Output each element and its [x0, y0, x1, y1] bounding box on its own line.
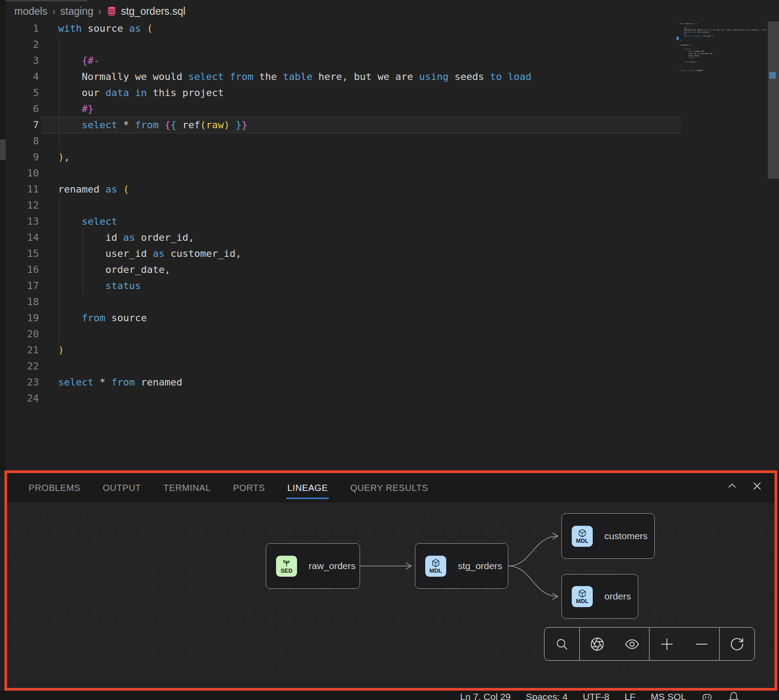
breadcrumb-models[interactable]: models	[14, 5, 47, 17]
code-token: renamed	[58, 184, 105, 195]
line-number[interactable]: 3	[6, 53, 45, 69]
lineage-graph[interactable]: SEDraw_ordersMDLstg_ordersMDLcustomersMD…	[7, 503, 775, 688]
tab-terminal[interactable]: TERMINAL	[163, 483, 211, 493]
code-token: this project	[147, 87, 224, 98]
code-token: *	[686, 70, 689, 71]
breadcrumb-file[interactable]: stg_orders.sql	[106, 5, 185, 17]
code-editor[interactable]: 123456789101112131415161718192021222324 …	[6, 21, 779, 423]
lineage-node-orders[interactable]: MDLorders	[561, 574, 638, 619]
code-token: with	[58, 23, 82, 34]
code-line-16[interactable]: order_date,	[58, 262, 766, 278]
tab-output[interactable]: OUTPUT	[103, 483, 141, 493]
code-line-4[interactable]: Normally we would select from the table …	[58, 69, 766, 85]
code-area[interactable]: with source as ( {#- Normally we would s…	[58, 21, 766, 407]
lineage-node-raw_orders[interactable]: SEDraw_orders	[266, 543, 360, 589]
line-number[interactable]: 4	[6, 69, 45, 85]
zoom-in-button[interactable]	[649, 628, 684, 660]
cube-icon	[578, 589, 587, 598]
code-line-3[interactable]: {#-	[58, 53, 766, 69]
status-spaces-4[interactable]: Spaces: 4	[526, 692, 567, 700]
line-number[interactable]: 7	[6, 117, 45, 133]
aperture-button[interactable]	[580, 628, 615, 660]
line-number[interactable]: 1	[6, 21, 45, 37]
code-line-7[interactable]: select * from {{ ref(raw) }}	[58, 117, 766, 133]
code-line-2[interactable]	[58, 37, 766, 53]
eye-button[interactable]	[615, 628, 650, 660]
line-number[interactable]: 13	[6, 214, 45, 230]
tab-query-results[interactable]: QUERY RESULTS	[350, 483, 428, 493]
editor-gutter[interactable]: 123456789101112131415161718192021222324	[6, 21, 45, 407]
breadcrumb-staging[interactable]: staging	[60, 5, 93, 17]
code-token: select	[704, 29, 710, 30]
minimap[interactable]: with source as ( {#- Normally we would s…	[680, 22, 767, 165]
code-token	[680, 61, 684, 63]
code-line-21[interactable]: )	[58, 342, 766, 358]
code-line-1[interactable]: with source as (	[58, 21, 766, 37]
lineage-node-stg_orders[interactable]: MDLstg_orders	[415, 543, 508, 589]
code-line-23[interactable]: select * from renamed	[58, 374, 766, 390]
line-number[interactable]: 21	[6, 342, 45, 358]
close-icon[interactable]	[750, 479, 764, 493]
code-line-11[interactable]: renamed as (	[58, 181, 766, 197]
status-ln-7-col-29[interactable]: Ln 7, Col 29	[460, 692, 511, 700]
line-number[interactable]: 19	[6, 310, 45, 326]
tab-problems[interactable]: PROBLEMS	[29, 483, 80, 493]
code-line-9[interactable]: ),	[58, 149, 766, 165]
status-lf[interactable]: LF	[624, 692, 636, 700]
line-number[interactable]: 9	[6, 149, 45, 165]
status-ms-sql[interactable]: MS SQL	[651, 692, 686, 700]
code-line-10[interactable]	[58, 165, 766, 181]
chevron-right-icon: ›	[98, 6, 101, 17]
badge-label: MDL	[576, 598, 588, 604]
line-number[interactable]: 15	[6, 246, 45, 262]
line-number[interactable]: 11	[6, 181, 45, 197]
code-line-24[interactable]	[58, 390, 766, 407]
code-token	[58, 55, 82, 66]
line-number[interactable]: 20	[6, 326, 45, 342]
copilot-button[interactable]	[701, 691, 713, 700]
code-token	[230, 119, 235, 130]
refresh-button[interactable]	[720, 628, 754, 660]
code-token: as	[123, 232, 135, 243]
bell-button[interactable]	[728, 692, 739, 700]
code-line-15[interactable]: user_id as customer_id,	[58, 246, 766, 262]
status-utf-8[interactable]: UTF-8	[583, 692, 610, 700]
editor-scrollbar[interactable]	[768, 21, 779, 179]
left-strip-thumb[interactable]	[0, 139, 6, 160]
code-line-13[interactable]: select	[58, 214, 766, 230]
panel-tab-bar: PROBLEMSOUTPUTTERMINALPORTSLINEAGEQUERY …	[7, 473, 775, 503]
search-button[interactable]	[544, 628, 580, 660]
code-line-19[interactable]: from source	[58, 310, 766, 326]
code-token: the	[715, 29, 720, 30]
code-line-20[interactable]	[58, 326, 766, 342]
code-line-8[interactable]	[58, 133, 766, 149]
lineage-node-customers[interactable]: MDLcustomers	[561, 513, 655, 559]
line-number[interactable]: 10	[6, 165, 45, 181]
code-token: raw	[206, 119, 224, 130]
code-line-18[interactable]	[58, 294, 766, 310]
tab-ports[interactable]: PORTS	[233, 483, 265, 493]
line-number[interactable]: 8	[6, 133, 45, 149]
line-number[interactable]: 2	[6, 37, 45, 53]
line-number[interactable]: 5	[6, 85, 45, 101]
line-number[interactable]: 17	[6, 278, 45, 294]
line-number[interactable]: 12	[6, 197, 45, 214]
line-number[interactable]: 22	[6, 358, 45, 374]
scrollbar-modified-marker	[769, 72, 776, 79]
code-line-14[interactable]: id as order_id,	[58, 230, 766, 246]
code-line-5[interactable]: our data in this project	[58, 85, 766, 101]
code-line-22[interactable]	[58, 358, 766, 374]
code-line-12[interactable]	[58, 197, 766, 214]
code-line-17[interactable]: status	[58, 278, 766, 294]
chevron-up-icon[interactable]	[725, 479, 739, 493]
code-line-6[interactable]: #}	[58, 101, 766, 117]
line-number[interactable]: 16	[6, 262, 45, 278]
line-number[interactable]: 24	[6, 390, 45, 407]
tab-lineage[interactable]: LINEAGE	[287, 483, 328, 493]
line-number[interactable]: 6	[6, 101, 45, 117]
line-number[interactable]: 14	[6, 230, 45, 246]
zoom-out-button[interactable]	[684, 628, 720, 660]
code-token: from	[135, 119, 159, 130]
line-number[interactable]: 23	[6, 374, 45, 390]
line-number[interactable]: 18	[6, 294, 45, 310]
